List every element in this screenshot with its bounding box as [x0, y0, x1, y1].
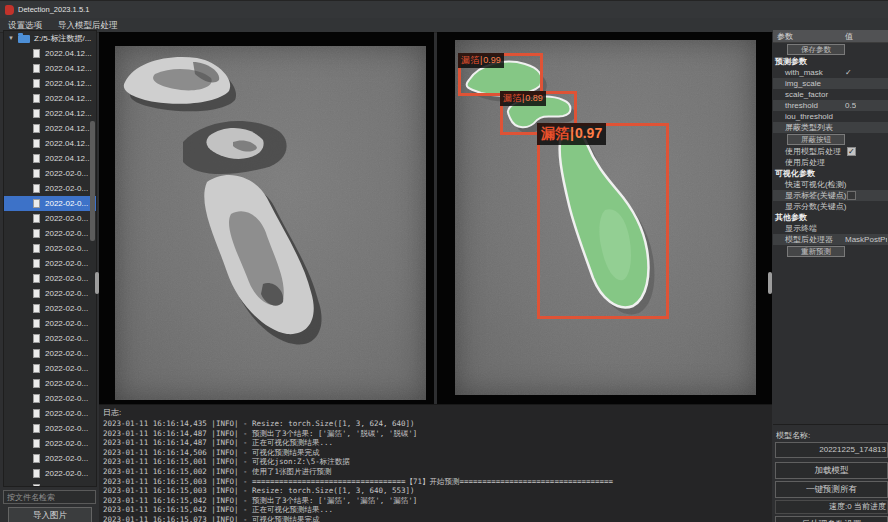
tree-item[interactable]: 2022-02-0... — [4, 421, 96, 436]
tree-item[interactable]: 2022-02-0... — [4, 211, 96, 226]
tree-item[interactable]: 2022-02-0... — [4, 286, 96, 301]
param-row[interactable]: 保存参数 — [773, 43, 888, 56]
tree-item-label: 2022.04.12... — [45, 91, 92, 106]
tree-item[interactable]: 2022.04.12... — [4, 61, 96, 76]
tree-item[interactable]: 2022-02-0... — [4, 391, 96, 406]
param-row[interactable]: threshold 0.5 — [773, 100, 888, 111]
detection-box: 漏箔|0.99 — [458, 53, 543, 96]
param-row[interactable]: 可视化参数 — [773, 168, 888, 179]
tree-item-label: 2022-02-0... — [45, 361, 88, 376]
tree-item[interactable]: 2022-02-0... — [4, 166, 96, 181]
tree-item[interactable]: 2022-02-0... — [4, 466, 96, 481]
file-icon — [33, 109, 40, 118]
model-panel: 模型名称: 20221225_174813 加载模型 一键预测所有 速度:0 当… — [773, 424, 888, 522]
tree-item[interactable]: 2022-02-0... — [4, 196, 96, 211]
detection-score: 0.99 — [483, 55, 501, 65]
detection-class: 漏箔 — [461, 55, 479, 65]
predict-all-button[interactable]: 一键预测所有 — [775, 481, 888, 498]
tree-item[interactable]: 2022-02-0... — [4, 346, 96, 361]
tree-item[interactable]: 2022.04.12... — [4, 106, 96, 121]
param-row[interactable]: 使用后处理 — [773, 157, 888, 168]
param-label: scale_factor — [785, 89, 828, 100]
param-row[interactable]: 快速可视化(检测) — [773, 179, 888, 190]
load-model-button[interactable]: 加载模型 — [775, 462, 888, 479]
tree-root-node[interactable]: Z:/5-标注数据/... — [4, 31, 96, 46]
tree-item[interactable]: 2022-02-0... — [4, 271, 96, 286]
tree-item[interactable]: 2022-02-0... — [4, 316, 96, 331]
param-label: 显示分数(关键点) — [785, 201, 846, 212]
model-name-field[interactable]: 20221225_174813 — [775, 442, 888, 458]
param-row[interactable]: 预测参数 — [773, 56, 888, 67]
param-row[interactable]: with_mask ✓ — [773, 67, 888, 78]
param-row[interactable]: 屏蔽类型列表 — [773, 122, 888, 133]
param-label: img_scale — [785, 78, 821, 89]
param-value[interactable]: 0.5 — [845, 100, 856, 111]
expander-icon[interactable] — [8, 31, 14, 46]
postprocess-params-button[interactable]: 后处理参数设置 — [775, 516, 888, 522]
param-label: 显示标签(关键点) — [785, 190, 846, 201]
tree-scrollbar-thumb[interactable] — [90, 121, 95, 241]
file-icon — [33, 439, 40, 448]
detection-score: 0.89 — [525, 93, 543, 103]
tree-item[interactable]: 2022.04.12... — [4, 151, 96, 166]
file-icon — [33, 379, 40, 388]
params-splitter-handle[interactable] — [768, 272, 772, 294]
param-row[interactable]: iou_threshold — [773, 111, 888, 122]
tree-item-label: 2022-02-0... — [45, 451, 88, 466]
param-row[interactable]: scale_factor — [773, 89, 888, 100]
file-icon — [33, 469, 40, 478]
tree-item-label: 2022.04.12... — [45, 121, 92, 136]
param-row[interactable]: 显示终端 — [773, 223, 888, 234]
app-window: Detection_2023.1.5.1 设置选项 导入模型后处理 Z:/5-标… — [0, 0, 888, 522]
param-row[interactable]: 模型后处理器 MaskPostPro — [773, 234, 888, 245]
tree-item[interactable]: 2022-02-0... — [4, 361, 96, 376]
tree-item[interactable]: 2022-02-0 — [4, 481, 96, 487]
param-row[interactable]: 显示标签(关键点) — [773, 190, 888, 201]
log-line: 2023-01-11 16:16:15,002 |INFO| - 使用了1张图片… — [103, 467, 768, 477]
tree-item[interactable]: 2022-02-0... — [4, 436, 96, 451]
tree-splitter-handle[interactable] — [95, 272, 99, 294]
file-icon — [33, 94, 40, 103]
param-row[interactable]: img_scale — [773, 78, 888, 89]
tree-item[interactable]: 2022-02-0... — [4, 181, 96, 196]
tree-item-list: 2022.04.12... 2022.04.12... 2022.04.12..… — [4, 46, 96, 487]
param-row[interactable]: 其他参数 — [773, 212, 888, 223]
tree-item[interactable]: 2022.04.12... — [4, 121, 96, 136]
param-row[interactable]: 使用模型后处理 — [773, 146, 888, 157]
tree-item[interactable]: 2022-02-0... — [4, 241, 96, 256]
defect-texture — [115, 46, 426, 400]
tree-item[interactable]: 2022-02-0... — [4, 226, 96, 241]
checkbox-icon[interactable] — [847, 147, 856, 156]
file-icon — [33, 274, 40, 283]
param-row[interactable]: 屏蔽按钮 — [773, 133, 888, 146]
params-header-param: 参数 — [777, 30, 793, 43]
tree-root-label: Z:/5-标注数据/... — [34, 31, 91, 46]
log-line: 2023-01-11 16:16:15,073 |INFO| - 可视化预测结果… — [103, 515, 768, 522]
tree-item[interactable]: 2022-02-0... — [4, 376, 96, 391]
tree-item-label: 2022-02-0... — [45, 196, 88, 211]
tree-item-label: 2022.04.12... — [45, 76, 92, 91]
param-value[interactable]: MaskPostPro — [845, 234, 887, 245]
tree-item[interactable]: 2022.04.12... — [4, 136, 96, 151]
tree-item[interactable]: 2022.04.12... — [4, 91, 96, 106]
tree-item[interactable]: 2022-02-0... — [4, 331, 96, 346]
tree-item-label: 2022-02-0... — [45, 466, 88, 481]
tree-item[interactable]: 2022.04.12... — [4, 76, 96, 91]
tree-item[interactable]: 2022-02-0... — [4, 451, 96, 466]
prediction-image-panel: 漏箔|0.99 漏箔|0.89 漏箔|0.97 — [437, 32, 772, 408]
file-icon — [33, 214, 40, 223]
detection-class: 漏箔 — [541, 125, 569, 141]
tree-item[interactable]: 2022-02-0... — [4, 406, 96, 421]
tree-item[interactable]: 2022-02-0... — [4, 256, 96, 271]
tree-item[interactable]: 2022-02-0... — [4, 301, 96, 316]
tree-item[interactable]: 2022.04.12... — [4, 46, 96, 61]
search-input[interactable] — [3, 490, 96, 504]
param-row[interactable]: 重新预测 — [773, 245, 888, 258]
checkbox-icon[interactable] — [847, 191, 856, 200]
param-value[interactable]: ✓ — [845, 67, 852, 78]
file-icon — [33, 364, 40, 373]
param-row[interactable]: 显示分数(关键点) — [773, 201, 888, 212]
tree-item-label: 2022-02-0... — [45, 286, 88, 301]
import-images-button[interactable]: 导入图片 — [8, 507, 92, 522]
param-label: 预测参数 — [775, 56, 807, 67]
